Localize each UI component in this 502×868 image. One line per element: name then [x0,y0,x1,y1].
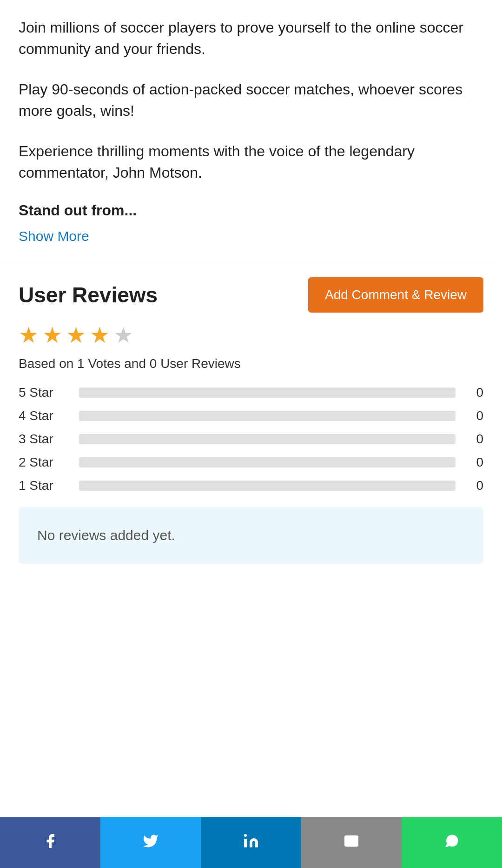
no-reviews-box: No reviews added yet. [19,507,483,564]
bar-container-5 [79,387,456,398]
desc-para-2: Play 90-seconds of action-packed soccer … [19,79,483,122]
rating-count-5: 0 [465,385,483,400]
section-divider [0,263,502,263]
svg-point-0 [244,834,247,837]
linkedin-share-button[interactable] [201,817,301,868]
desc-para-1: Join millions of soccer players to prove… [19,17,483,60]
rating-count-4: 0 [465,408,483,423]
rating-count-1: 0 [465,478,483,493]
facebook-icon [42,831,59,854]
rating-label-1: 1 Star [19,478,70,493]
facebook-share-button[interactable] [0,817,100,868]
bar-container-2 [79,457,456,467]
bar-container-3 [79,434,456,444]
social-bar [0,817,502,868]
votes-text: Based on 1 Votes and 0 User Reviews [19,356,483,371]
user-reviews-title: User Reviews [19,282,158,307]
email-icon [343,831,360,854]
stand-out-text: Stand out from... [19,202,483,219]
no-reviews-text: No reviews added yet. [37,527,465,543]
rating-label-5: 5 Star [19,385,70,400]
description-block: Join millions of soccer players to prove… [19,17,483,244]
rating-row-3: 3 Star0 [19,432,483,447]
linkedin-icon [243,831,259,854]
rating-row-5: 5 Star0 [19,385,483,400]
twitter-share-button[interactable] [100,817,201,868]
desc-para-3: Experience thrilling moments with the vo… [19,140,483,184]
rating-row-1: 1 Star0 [19,478,483,493]
whatsapp-share-button[interactable] [402,817,502,868]
rating-label-4: 4 Star [19,408,70,423]
rating-bars: 5 Star04 Star03 Star02 Star01 Star0 [19,385,483,493]
bar-container-4 [79,411,456,421]
reviews-section: User Reviews Add Comment & Review ★ ★ ★ … [0,277,502,564]
email-share-button[interactable] [301,817,402,868]
rating-count-3: 0 [465,432,483,447]
show-more-link[interactable]: Show More [19,228,89,244]
star-4: ★ [90,322,110,348]
rating-row-4: 4 Star0 [19,408,483,423]
whatsapp-icon [443,831,460,854]
bar-container-1 [79,481,456,491]
rating-count-2: 0 [465,455,483,470]
rating-label-3: 3 Star [19,432,70,447]
rating-row-2: 2 Star0 [19,455,483,470]
stars-row: ★ ★ ★ ★ ★ [19,322,483,348]
star-1: ★ [19,322,39,348]
star-2: ★ [42,322,62,348]
main-content: Join millions of soccer players to prove… [0,0,502,244]
twitter-icon [142,831,159,854]
rating-label-2: 2 Star [19,455,70,470]
reviews-header: User Reviews Add Comment & Review [19,277,483,313]
add-comment-button[interactable]: Add Comment & Review [308,277,483,313]
star-3: ★ [66,322,86,348]
star-5: ★ [113,322,133,348]
